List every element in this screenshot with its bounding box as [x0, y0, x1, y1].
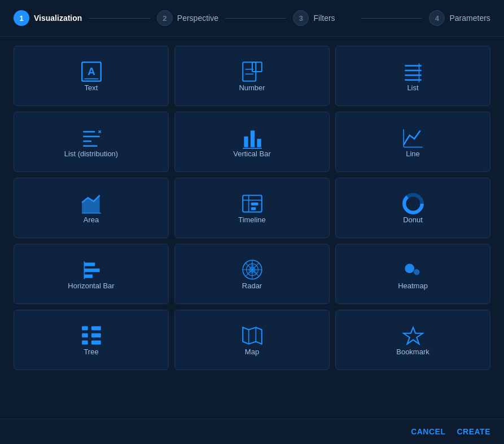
- stepper: 1 Visualization 2 Perspective 3 Filters …: [0, 0, 504, 37]
- grid-item-tree[interactable]: Tree: [14, 310, 169, 370]
- radar-icon: [240, 258, 264, 282]
- horizontal-bar-icon: [80, 258, 103, 282]
- step-3[interactable]: 3 Filters: [293, 10, 354, 26]
- step-4-circle: 4: [429, 10, 445, 26]
- step-2-label: Perspective: [177, 14, 218, 23]
- area-icon: [80, 192, 103, 216]
- list-icon: [401, 60, 425, 83]
- step-1[interactable]: 1 Visualization: [14, 10, 82, 26]
- svg-rect-54: [91, 340, 101, 344]
- svg-point-47: [405, 264, 414, 274]
- bookmark-icon: [401, 324, 425, 348]
- step-4-label: Parameters: [449, 14, 490, 23]
- radar-label: Radar: [242, 282, 262, 290]
- step-3-circle: 3: [293, 10, 309, 26]
- text-icon: A: [80, 60, 103, 83]
- donut-label: Donut: [403, 216, 423, 224]
- grid-item-text[interactable]: A Text: [14, 46, 169, 106]
- svg-rect-22: [257, 139, 261, 147]
- line-label: Line: [406, 150, 420, 158]
- svg-rect-38: [84, 274, 93, 278]
- svg-rect-32: [251, 207, 255, 210]
- grid-item-timeline[interactable]: Timeline: [174, 178, 330, 238]
- create-button[interactable]: CREATE: [457, 427, 490, 436]
- step-line-2: [225, 18, 287, 19]
- grid-item-donut[interactable]: Donut: [335, 178, 490, 238]
- map-icon: [240, 324, 264, 348]
- step-1-circle: 1: [14, 10, 29, 26]
- vertical-bar-label: Vertical Bar: [233, 150, 270, 158]
- svg-rect-51: [82, 340, 88, 344]
- grid-item-list[interactable]: List: [335, 46, 490, 106]
- vertical-bar-icon: [240, 126, 264, 150]
- step-line-3: [361, 18, 423, 19]
- timeline-label: Timeline: [238, 216, 266, 224]
- cancel-button[interactable]: CANCEL: [411, 427, 445, 436]
- visualization-grid: A Text Number List: [0, 37, 504, 379]
- step-1-label: Visualization: [34, 14, 82, 23]
- area-label: Area: [84, 216, 99, 224]
- list-distribution-icon: [80, 126, 103, 150]
- svg-rect-5: [252, 62, 262, 72]
- footer: CANCEL CREATE: [0, 419, 504, 444]
- timeline-icon: [240, 192, 264, 216]
- svg-rect-49: [82, 326, 88, 330]
- grid-item-number[interactable]: Number: [174, 46, 330, 106]
- list-label: List: [407, 83, 418, 92]
- heatmap-icon: [401, 258, 425, 282]
- grid-item-area[interactable]: Area: [14, 178, 169, 238]
- svg-point-48: [414, 269, 420, 275]
- svg-rect-31: [251, 203, 258, 205]
- svg-rect-36: [84, 262, 95, 266]
- grid-item-bookmark[interactable]: Bookmark: [335, 310, 490, 370]
- svg-rect-53: [91, 333, 101, 337]
- step-2[interactable]: 2 Perspective: [157, 10, 218, 26]
- tree-icon: [80, 324, 103, 348]
- number-icon: [240, 60, 264, 83]
- bookmark-label: Bookmark: [396, 348, 430, 356]
- step-4[interactable]: 4 Parameters: [429, 10, 490, 26]
- grid-item-heatmap[interactable]: Heatmap: [335, 244, 490, 304]
- tree-label: Tree: [84, 348, 98, 356]
- heatmap-label: Heatmap: [398, 282, 428, 290]
- donut-icon: [401, 192, 425, 216]
- svg-marker-46: [247, 262, 257, 273]
- grid-item-list-distribution[interactable]: List (distribution): [14, 112, 169, 172]
- number-label: Number: [239, 83, 265, 92]
- map-label: Map: [245, 348, 259, 356]
- grid-item-radar[interactable]: Radar: [174, 244, 330, 304]
- text-label: Text: [85, 83, 98, 92]
- grid-item-map[interactable]: Map: [174, 310, 330, 370]
- grid-item-horizontal-bar[interactable]: Horizontal Bar: [14, 244, 169, 304]
- svg-rect-50: [82, 333, 88, 337]
- svg-rect-52: [91, 326, 101, 330]
- svg-rect-21: [250, 130, 254, 147]
- svg-text:A: A: [87, 65, 95, 77]
- svg-marker-55: [243, 327, 262, 344]
- grid-item-line[interactable]: Line: [335, 112, 490, 172]
- step-line-1: [89, 18, 150, 19]
- line-icon: [401, 126, 425, 150]
- step-3-label: Filters: [313, 14, 335, 23]
- grid-item-vertical-bar[interactable]: Vertical Bar: [174, 112, 330, 172]
- horizontal-bar-label: Horizontal Bar: [68, 282, 114, 290]
- step-2-circle: 2: [157, 10, 173, 26]
- svg-marker-58: [404, 327, 423, 344]
- svg-rect-20: [244, 137, 248, 147]
- list-distribution-label: List (distribution): [64, 150, 118, 158]
- svg-rect-37: [84, 269, 99, 272]
